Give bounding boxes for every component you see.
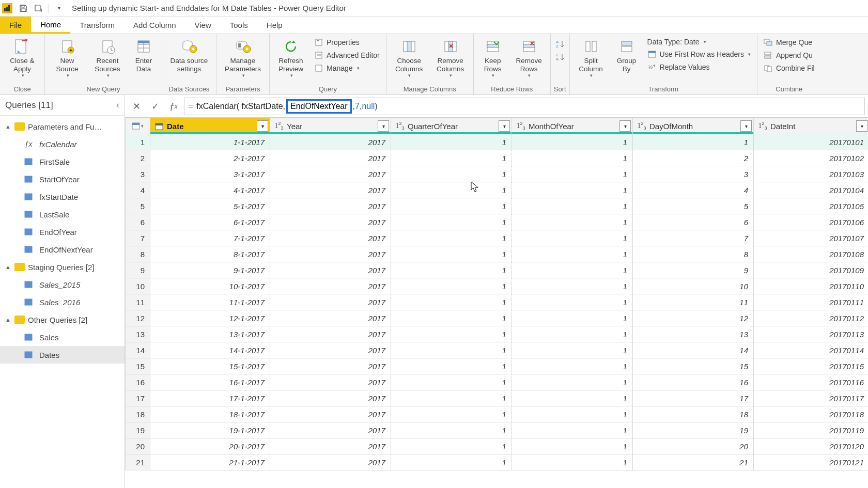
cell[interactable]: 7 (633, 230, 754, 246)
cell[interactable]: 2017 (270, 342, 391, 358)
cell[interactable]: 20170101 (754, 134, 869, 150)
table-row[interactable]: 22-1-2017201711220170102 (126, 150, 869, 166)
cell[interactable]: 1 (512, 278, 633, 294)
cell[interactable]: 20170118 (754, 406, 869, 422)
cell[interactable]: 1 (633, 134, 754, 150)
cell[interactable]: 7-1-2017 (150, 230, 270, 246)
cell[interactable]: 8-1-2017 (150, 246, 270, 262)
cell[interactable]: 20170121 (754, 454, 869, 470)
queries-item[interactable]: EndOfYear (0, 223, 125, 241)
type-icon[interactable]: 123 (394, 121, 406, 131)
tab-home[interactable]: Home (31, 17, 70, 34)
cell[interactable]: 1 (512, 246, 633, 262)
cell[interactable]: 1 (391, 294, 512, 310)
cell[interactable]: 1 (512, 198, 633, 214)
cell[interactable]: 20170120 (754, 438, 869, 454)
cell[interactable]: 1 (391, 150, 512, 166)
table-row[interactable]: 1818-1-20172017111820170118 (126, 406, 869, 422)
cell[interactable]: 20170112 (754, 310, 869, 326)
cell[interactable]: 1 (512, 358, 633, 374)
cell[interactable]: 20170115 (754, 358, 869, 374)
cell[interactable]: 20-1-2017 (150, 438, 270, 454)
cell[interactable]: 10 (633, 278, 754, 294)
cell[interactable]: 2017 (270, 390, 391, 406)
table-row[interactable]: 44-1-2017201711420170104 (126, 182, 869, 198)
cell[interactable]: 17-1-2017 (150, 390, 270, 406)
cell[interactable]: 14 (633, 342, 754, 358)
cell[interactable]: 1 (512, 326, 633, 342)
queries-item[interactable]: FirstSale (0, 153, 125, 170)
cell[interactable]: 1 (391, 390, 512, 406)
queries-group[interactable]: ▲Parameters and Fu… (0, 118, 125, 135)
row-number[interactable]: 3 (126, 166, 150, 182)
cell[interactable]: 20170104 (754, 182, 869, 198)
cell[interactable]: 1 (512, 262, 633, 278)
cell[interactable]: 1 (512, 390, 633, 406)
merge-queries-button[interactable]: Merge Que (761, 37, 818, 48)
cell[interactable]: 19-1-2017 (150, 422, 270, 438)
cell[interactable]: 2017 (270, 278, 391, 294)
cell[interactable]: 18-1-2017 (150, 406, 270, 422)
refresh-preview-button[interactable]: Refresh Preview▾ (273, 35, 309, 78)
cell[interactable]: 1 (391, 454, 512, 470)
cell[interactable]: 20170110 (754, 278, 869, 294)
cell[interactable]: 1 (391, 358, 512, 374)
row-number[interactable]: 7 (126, 230, 150, 246)
cell[interactable]: 1 (512, 454, 633, 470)
cell[interactable]: 6 (633, 214, 754, 230)
table-row[interactable]: 66-1-2017201711620170106 (126, 214, 869, 230)
cell[interactable]: 12-1-2017 (150, 310, 270, 326)
cell[interactable]: 2017 (270, 454, 391, 470)
cell[interactable]: 2017 (270, 214, 391, 230)
cell[interactable]: 1 (512, 310, 633, 326)
table-row[interactable]: 88-1-2017201711820170108 (126, 246, 869, 262)
table-row[interactable]: 1111-1-20172017111120170111 (126, 294, 869, 310)
cell[interactable]: 1 (512, 406, 633, 422)
queries-group[interactable]: ▲Other Queries [2] (0, 311, 125, 328)
cell[interactable]: 1 (512, 374, 633, 390)
row-number[interactable]: 2 (126, 150, 150, 166)
filter-dropdown-icon[interactable]: ▾ (499, 120, 510, 132)
queries-collapse-icon[interactable]: ‹ (116, 100, 119, 111)
combine-files-button[interactable]: Combine Fil (761, 62, 818, 74)
cell[interactable]: 1 (512, 422, 633, 438)
data-type-button[interactable]: Data Type: Date▾ (644, 37, 754, 47)
cell[interactable]: 20170119 (754, 422, 869, 438)
cell[interactable]: 1 (391, 278, 512, 294)
replace-values-button[interactable]: ½Replace Values (644, 61, 754, 73)
cell[interactable]: 6-1-2017 (150, 214, 270, 230)
type-icon[interactable]: 123 (273, 121, 285, 131)
cell[interactable]: 2017 (270, 198, 391, 214)
filter-dropdown-icon[interactable]: ▾ (257, 120, 268, 132)
queries-item[interactable]: StartOfYear (0, 170, 125, 188)
row-number[interactable]: 15 (126, 358, 150, 374)
column-header[interactable]: 123DayOfMonth▾ (633, 118, 754, 134)
advanced-editor-button[interactable]: Advanced Editor (311, 50, 383, 61)
filter-dropdown-icon[interactable]: ▾ (378, 120, 389, 132)
cell[interactable]: 3-1-2017 (150, 166, 270, 182)
cell[interactable]: 2017 (270, 374, 391, 390)
save-as-icon[interactable] (33, 3, 44, 14)
cell[interactable]: 1 (391, 326, 512, 342)
table-row[interactable]: 1616-1-20172017111620170116 (126, 374, 869, 390)
data-grid-wrap[interactable]: ▾Date▾123Year▾123QuarterOfYear▾123MonthO… (125, 118, 868, 488)
column-header[interactable]: 123DateInt▾ (754, 118, 869, 134)
queries-item[interactable]: Sales_2015 (0, 276, 125, 293)
sort-asc-button[interactable]: AZ (554, 38, 565, 50)
formula-fx-button[interactable]: ƒx (165, 98, 182, 115)
cell[interactable]: 4 (633, 182, 754, 198)
table-row[interactable]: 11-1-2017201711120170101 (126, 134, 869, 150)
queries-item[interactable]: Sales_2016 (0, 293, 125, 311)
cell[interactable]: 2017 (270, 230, 391, 246)
cell[interactable]: 14-1-2017 (150, 342, 270, 358)
row-number[interactable]: 1 (126, 134, 150, 150)
row-number[interactable]: 9 (126, 262, 150, 278)
cell[interactable]: 2017 (270, 262, 391, 278)
cell[interactable]: 11 (633, 294, 754, 310)
cell[interactable]: 20170108 (754, 246, 869, 262)
row-number[interactable]: 14 (126, 342, 150, 358)
cell[interactable]: 2017 (270, 358, 391, 374)
cell[interactable]: 8 (633, 246, 754, 262)
cell[interactable]: 1 (391, 214, 512, 230)
cell[interactable]: 18 (633, 406, 754, 422)
